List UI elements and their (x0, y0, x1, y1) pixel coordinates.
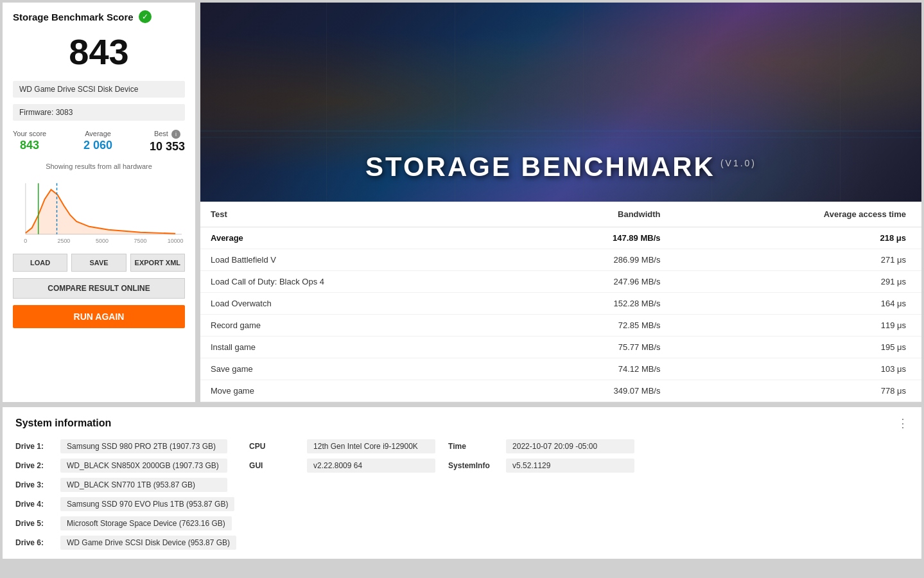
left-panel: Storage Benchmark Score ✓ 843 WD Game Dr… (3, 3, 195, 402)
results-table-container: Test Bandwidth Average access time Avera… (200, 202, 921, 402)
system-info-header: System information ⋮ (15, 416, 909, 430)
load-button[interactable]: LOAD (13, 254, 67, 272)
cpu-value: 12th Gen Intel Core i9-12900K (307, 439, 435, 453)
drive-label: Drive 1: (15, 442, 54, 451)
col-access-time: Average access time (671, 202, 922, 227)
system-info-panel: System information ⋮ Drive 1:Samsung SSD… (3, 407, 921, 559)
bandwidth-cell: 74.12 MB/s (512, 358, 670, 380)
right-panel: STORAGE BENCHMARK(V1.0) Test Bandwidth A… (200, 3, 921, 402)
bandwidth-cell: 286.99 MB/s (512, 249, 670, 271)
svg-marker-7 (26, 189, 175, 234)
cpu-gui-column: CPU 12th Gen Intel Core i9-12900K GUI v2… (249, 439, 435, 550)
your-score-value: 843 (20, 139, 39, 152)
time-value: 2022-10-07 20:09 -05:00 (506, 439, 634, 453)
systeminfo-label: SystemInfo (448, 461, 500, 470)
bandwidth-cell: 75.77 MB/s (512, 337, 670, 358)
table-row: Save game74.12 MB/s103 μs (200, 358, 921, 380)
drive-value: Microsoft Storage Space Device (7623.16 … (60, 516, 232, 530)
table-row: Move game349.07 MB/s778 μs (200, 380, 921, 402)
gui-row: GUI v2.22.8009 64 (249, 459, 435, 473)
access-time-cell: 291 μs (671, 271, 922, 293)
svg-text:0: 0 (24, 237, 27, 243)
device-name: WD Game Drive SCSI Disk Device (13, 81, 185, 98)
gui-value: v2.22.8009 64 (307, 459, 435, 473)
more-options-button[interactable]: ⋮ (897, 416, 909, 430)
scores-comparison-row: Your score 843 Average 2 060 Best i 10 3… (13, 127, 185, 156)
save-button[interactable]: SAVE (71, 254, 126, 272)
table-row: Install game75.77 MB/s195 μs (200, 337, 921, 358)
test-name-cell: Record game (200, 315, 512, 337)
table-row: Load Overwatch152.28 MB/s164 μs (200, 293, 921, 315)
drive-row: Drive 6:WD Game Drive SCSI Disk Device (… (15, 536, 236, 550)
firmware-info: Firmware: 3083 (13, 104, 185, 121)
test-name-cell: Load Call of Duty: Black Ops 4 (200, 271, 512, 293)
drive-value: Samsung SSD 980 PRO 2TB (1907.73 GB) (60, 439, 227, 453)
col-bandwidth: Bandwidth (512, 202, 670, 227)
time-label: Time (448, 442, 500, 451)
drive-row: Drive 3:WD_BLACK SN770 1TB (953.87 GB) (15, 478, 236, 492)
showing-text: Showing results from all hardware (13, 162, 185, 170)
compare-button[interactable]: COMPARE RESULT ONLINE (13, 278, 185, 299)
drive-label: Drive 4: (15, 500, 54, 509)
drive-label: Drive 3: (15, 480, 54, 489)
best-label: Best i (154, 130, 180, 139)
drive-row: Drive 5:Microsoft Storage Space Device (… (15, 516, 236, 530)
time-row: Time 2022-10-07 20:09 -05:00 (448, 439, 634, 453)
drive-row: Drive 4:Samsung SSD 970 EVO Plus 1TB (95… (15, 497, 236, 511)
drive-row: Drive 2:WD_BLACK SN850X 2000GB (1907.73 … (15, 459, 236, 473)
table-row: Load Call of Duty: Black Ops 4247.96 MB/… (200, 271, 921, 293)
drive-row: Drive 1:Samsung SSD 980 PRO 2TB (1907.73… (15, 439, 236, 453)
average-score-col: Average 2 060 (83, 130, 112, 152)
test-name-cell: Save game (200, 358, 512, 380)
hero-title: STORAGE BENCHMARK(V1.0) (365, 152, 756, 182)
bandwidth-cell: 349.07 MB/s (512, 380, 670, 402)
systeminfo-row: SystemInfo v5.52.1129 (448, 459, 634, 473)
svg-text:7500: 7500 (134, 237, 147, 243)
bandwidth-cell: 247.96 MB/s (512, 271, 670, 293)
run-again-button[interactable]: RUN AGAIN (13, 305, 185, 328)
test-name-cell: Install game (200, 337, 512, 358)
access-time-cell: 778 μs (671, 380, 922, 402)
svg-text:2500: 2500 (57, 237, 70, 243)
table-row: Average147.89 MB/s218 μs (200, 227, 921, 249)
system-info-title: System information (15, 417, 111, 429)
access-time-cell: 103 μs (671, 358, 922, 380)
table-row: Record game72.85 MB/s119 μs (200, 315, 921, 337)
action-buttons-row: LOAD SAVE EXPORT XML (13, 254, 185, 272)
drive-value: WD_BLACK SN770 1TB (953.87 GB) (60, 478, 227, 492)
average-score-value: 2 060 (83, 139, 112, 152)
drive-label: Drive 5: (15, 519, 54, 528)
cpu-row: CPU 12th Gen Intel Core i9-12900K (249, 439, 435, 453)
check-icon: ✓ (139, 10, 152, 23)
access-time-cell: 164 μs (671, 293, 922, 315)
svg-text:10000: 10000 (168, 237, 184, 243)
info-icon: i (171, 130, 180, 139)
test-name-cell: Move game (200, 380, 512, 402)
results-table: Test Bandwidth Average access time Avera… (200, 202, 921, 402)
panel-title: Storage Benchmark Score (13, 12, 134, 22)
export-xml-button[interactable]: EXPORT XML (130, 254, 185, 272)
drive-value: Samsung SSD 970 EVO Plus 1TB (953.87 GB) (60, 497, 234, 511)
average-label: Average (85, 130, 111, 137)
access-time-cell: 218 μs (671, 227, 922, 249)
score-distribution-chart: 0 2500 5000 7500 10000 (13, 177, 185, 247)
test-name-cell: Load Overwatch (200, 293, 512, 315)
best-score-col: Best i 10 353 (150, 130, 185, 153)
drive-label: Drive 6: (15, 538, 54, 547)
access-time-cell: 271 μs (671, 249, 922, 271)
best-score-value: 10 353 (150, 140, 185, 153)
drive-value: WD Game Drive SCSI Disk Device (953.87 G… (60, 536, 236, 550)
table-row: Load Battlefield V286.99 MB/s271 μs (200, 249, 921, 271)
benchmark-score: 843 (13, 30, 185, 74)
system-info-grid: Drive 1:Samsung SSD 980 PRO 2TB (1907.73… (15, 439, 909, 550)
access-time-cell: 195 μs (671, 337, 922, 358)
test-name-cell: Load Battlefield V (200, 249, 512, 271)
access-time-cell: 119 μs (671, 315, 922, 337)
hero-banner: STORAGE BENCHMARK(V1.0) (200, 3, 921, 202)
drives-column: Drive 1:Samsung SSD 980 PRO 2TB (1907.73… (15, 439, 236, 550)
bandwidth-cell: 72.85 MB/s (512, 315, 670, 337)
bandwidth-cell: 152.28 MB/s (512, 293, 670, 315)
col-test: Test (200, 202, 512, 227)
drive-label: Drive 2: (15, 461, 54, 470)
drive-value: WD_BLACK SN850X 2000GB (1907.73 GB) (60, 459, 227, 473)
